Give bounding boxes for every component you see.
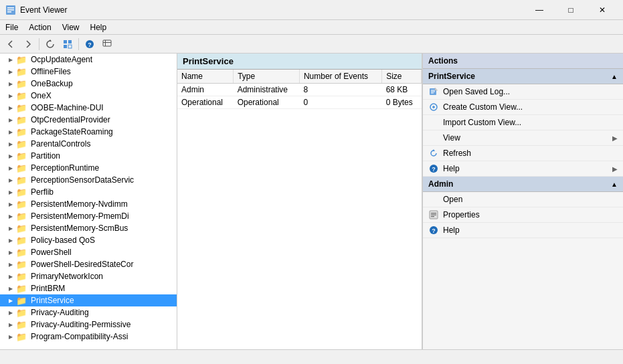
- col-events[interactable]: Number of Events: [299, 70, 381, 84]
- actions-section-collapse-1[interactable]: ▲: [611, 181, 618, 188]
- tree-panel[interactable]: ▶📁OcpUpdateAgent▶📁OfflineFiles▶📁OneBacku…: [0, 54, 177, 349]
- expand-icon[interactable]: ▶: [5, 307, 16, 318]
- tree-item[interactable]: ▶📁OtpCredentialProvider: [0, 114, 177, 126]
- expand-icon[interactable]: ▶: [5, 271, 16, 282]
- expand-icon[interactable]: ▶: [5, 163, 16, 173]
- minimize-button[interactable]: —: [524, 0, 555, 20]
- help-button[interactable]: ?: [82, 37, 98, 52]
- expand-icon[interactable]: ▶: [5, 331, 16, 342]
- expand-icon[interactable]: ▶: [5, 78, 16, 89]
- action-item[interactable]: Open Saved Log...: [423, 84, 623, 100]
- tree-item[interactable]: ▶📁PrintBRM: [0, 282, 177, 294]
- folder-icon: 📁: [16, 139, 27, 149]
- tree-item[interactable]: ▶📁PowerShell-DesiredStateCor: [0, 258, 177, 270]
- folder-icon: 📁: [16, 199, 27, 209]
- svg-text:?: ?: [88, 41, 92, 48]
- folder-icon: 📁: [16, 55, 27, 65]
- folder-icon: 📁: [16, 79, 27, 89]
- tree-item[interactable]: ▶📁Policy-based QoS: [0, 234, 177, 246]
- toolbar: ?: [0, 35, 623, 54]
- expand-icon[interactable]: ▶: [5, 175, 16, 185]
- expand-icon[interactable]: ▶: [5, 223, 16, 234]
- folder-icon: 📁: [16, 236, 27, 246]
- table-row[interactable]: AdminAdministrative868 KB: [177, 84, 422, 96]
- tree-item[interactable]: ▶📁OneBackup: [0, 78, 177, 90]
- tree-item[interactable]: ▶📁PerceptionRuntime: [0, 162, 177, 174]
- tree-item[interactable]: ▶📁Privacy-Auditing: [0, 306, 177, 318]
- expand-icon[interactable]: ▶: [5, 235, 16, 246]
- tree-item[interactable]: ▶📁OneX: [0, 90, 177, 102]
- action-item[interactable]: Import Custom View...: [423, 115, 623, 130]
- tree-item-label: OcpUpdateAgent: [29, 55, 92, 64]
- tree-item[interactable]: ▶📁OcpUpdateAgent: [0, 54, 177, 66]
- maximize-button[interactable]: □: [555, 0, 586, 20]
- menu-view[interactable]: View: [57, 20, 85, 34]
- tree-item[interactable]: ▶📁PersistentMemory-PmemDi: [0, 210, 177, 222]
- col-name[interactable]: Name: [177, 70, 234, 84]
- main-content: ▶📁OcpUpdateAgent▶📁OfflineFiles▶📁OneBacku…: [0, 54, 623, 349]
- tree-item[interactable]: ▶📁Program-Compatibility-Assi: [0, 331, 177, 343]
- expand-icon[interactable]: ▶: [5, 139, 16, 149]
- tree-item[interactable]: ▶📁Partition: [0, 150, 177, 162]
- col-type[interactable]: Type: [234, 70, 300, 84]
- tree-item[interactable]: ▶📁PersistentMemory-Nvdimm: [0, 198, 177, 210]
- svg-rect-19: [431, 215, 436, 215]
- tree-item[interactable]: ▶📁PerceptionSensorDataServic: [0, 174, 177, 186]
- expand-icon[interactable]: ▶: [5, 66, 16, 77]
- expand-icon[interactable]: ▶: [5, 199, 16, 209]
- action-item-icon: [428, 209, 439, 220]
- back-button[interactable]: [3, 37, 19, 52]
- expand-icon[interactable]: ▶: [5, 126, 16, 137]
- folder-icon: 📁: [16, 187, 27, 197]
- expand-icon[interactable]: ▶: [5, 114, 16, 125]
- expand-icon[interactable]: ▶: [5, 247, 16, 258]
- close-button[interactable]: ✕: [587, 0, 618, 20]
- expand-icon[interactable]: ▶: [5, 295, 16, 306]
- expand-icon[interactable]: ▶: [5, 283, 16, 294]
- actions-section-collapse-0[interactable]: ▲: [611, 73, 618, 80]
- menu-action[interactable]: Action: [23, 20, 56, 34]
- show-hide-button[interactable]: [60, 37, 76, 52]
- tree-item[interactable]: ▶📁PersistentMemory-ScmBus: [0, 222, 177, 234]
- expand-icon[interactable]: ▶: [5, 211, 16, 221]
- action-item-label: Open: [443, 195, 462, 204]
- tree-item[interactable]: ▶📁PrimaryNetworkIcon: [0, 270, 177, 282]
- tree-item[interactable]: ▶📁ParentalControls: [0, 138, 177, 150]
- tree-item[interactable]: ▶📁OfflineFiles: [0, 66, 177, 78]
- tree-item-label: Program-Compatibility-Assi: [29, 332, 128, 341]
- col-size[interactable]: Size: [382, 70, 422, 84]
- tree-item-label: PackageStateRoaming: [29, 127, 113, 136]
- menu-file[interactable]: File: [0, 20, 23, 34]
- action-item[interactable]: ?Help▶: [423, 161, 623, 177]
- action-item[interactable]: Create Custom View...: [423, 100, 623, 115]
- action-item[interactable]: Open: [423, 192, 623, 207]
- expand-icon[interactable]: ▶: [5, 90, 16, 101]
- action-item-icon: [428, 148, 439, 159]
- action-submenu-arrow: ▶: [612, 165, 618, 173]
- expand-icon[interactable]: ▶: [5, 102, 16, 113]
- folder-icon: 📁: [16, 260, 27, 270]
- action-item[interactable]: Properties: [423, 207, 623, 223]
- events-table: Name Type Number of Events Size AdminAdm…: [177, 70, 422, 109]
- tree-item[interactable]: ▶📁PrintService: [0, 294, 177, 306]
- tree-item[interactable]: ▶📁Perflib: [0, 186, 177, 198]
- expand-icon[interactable]: ▶: [5, 151, 16, 161]
- action-item[interactable]: View▶: [423, 130, 623, 146]
- refresh-button[interactable]: [42, 37, 58, 52]
- table-row[interactable]: OperationalOperational00 Bytes: [177, 96, 422, 109]
- forward-button[interactable]: [20, 37, 36, 52]
- expand-icon[interactable]: ▶: [5, 187, 16, 197]
- expand-icon[interactable]: ▶: [5, 259, 16, 270]
- menu-help[interactable]: Help: [85, 20, 112, 34]
- tree-item[interactable]: ▶📁PackageStateRoaming: [0, 126, 177, 138]
- action-item[interactable]: Refresh: [423, 146, 623, 161]
- expand-icon[interactable]: ▶: [5, 54, 16, 65]
- expand-icon[interactable]: ▶: [5, 319, 16, 330]
- svg-rect-7: [68, 45, 72, 48]
- scope-button[interactable]: [99, 37, 115, 52]
- tree-item[interactable]: ▶📁PowerShell: [0, 246, 177, 258]
- tree-item[interactable]: ▶📁Privacy-Auditing-Permissive: [0, 318, 177, 331]
- tree-item[interactable]: ▶📁OOBE-Machine-DUI: [0, 102, 177, 114]
- action-item-icon: ?: [428, 225, 439, 236]
- action-item[interactable]: ?Help: [423, 223, 623, 238]
